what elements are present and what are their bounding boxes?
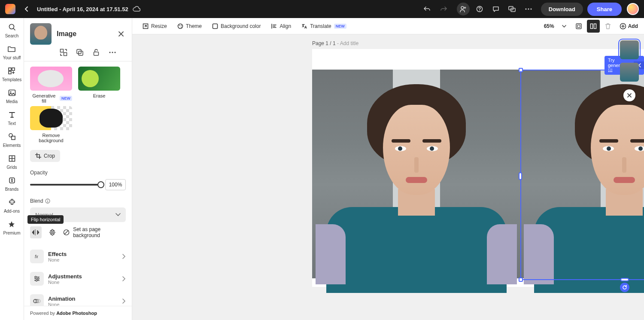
rail-premium[interactable]: Premium <box>3 219 20 235</box>
chevron-down-icon <box>562 25 566 27</box>
page-thumbnail-1[interactable] <box>620 40 639 59</box>
canvas-stage[interactable]: Page 1 / 1 - Add title Try generative fi… <box>132 34 644 320</box>
chevron-right-icon <box>122 299 126 304</box>
svg-point-5 <box>528 8 529 9</box>
opacity-value-input[interactable]: 100% <box>105 179 126 190</box>
image-properties-panel: Image Generative fillNEW Erase <box>24 18 132 320</box>
erase-preview <box>78 67 120 91</box>
replace-image-button[interactable] <box>59 48 68 57</box>
lock-button[interactable] <box>92 48 100 57</box>
crop-icon <box>35 153 41 159</box>
app-topbar: Untitled - April 16, 2024 at 17.51.52 Do… <box>0 0 644 18</box>
svg-point-38 <box>181 25 182 26</box>
blend-label: Blend <box>30 198 43 204</box>
theme-button[interactable]: Theme <box>173 21 206 32</box>
opacity-label: Opacity <box>30 170 126 176</box>
rail-templates[interactable]: Templates <box>2 66 22 82</box>
chevron-left-icon <box>24 6 29 12</box>
animation-accordion[interactable]: AnimationNone <box>30 290 126 306</box>
rotate-handle[interactable] <box>620 283 629 292</box>
svg-text:B: B <box>11 178 13 181</box>
text-icon <box>7 110 17 119</box>
page-indicator[interactable]: Page 1 / 1 - Add title <box>312 40 358 46</box>
rail-addons[interactable]: Add-ons <box>4 198 20 213</box>
align-button[interactable]: Align <box>267 21 295 32</box>
resize-icon <box>143 23 149 29</box>
share-button[interactable]: Share <box>587 3 622 16</box>
flip-vertical-button[interactable] <box>47 226 58 238</box>
undo-button[interactable] <box>421 3 434 15</box>
templates-icon <box>7 66 16 76</box>
comments-button[interactable] <box>489 3 502 15</box>
download-button[interactable]: Download <box>541 3 583 16</box>
zoom-level[interactable]: 65% <box>544 23 554 29</box>
svg-point-24 <box>112 52 113 53</box>
rail-text[interactable]: Text <box>7 110 17 126</box>
duplicate-image-button[interactable] <box>76 48 84 57</box>
effects-accordion[interactable]: fx EffectsNone <box>30 245 126 268</box>
svg-rect-8 <box>9 68 11 70</box>
rail-grids[interactable]: Grids <box>7 154 17 170</box>
rail-brands[interactable]: BBrands <box>5 176 19 192</box>
panel-close-button[interactable] <box>116 29 126 39</box>
back-button[interactable] <box>21 4 32 14</box>
more-options-button[interactable] <box>108 48 117 57</box>
resize-button[interactable]: Resize <box>138 21 171 32</box>
addons-icon <box>7 198 17 207</box>
thumbnails-close-button[interactable] <box>623 89 635 101</box>
add-page-button[interactable]: Add <box>620 23 638 30</box>
info-icon[interactable] <box>45 198 50 204</box>
background-color-button[interactable]: Background color <box>208 21 265 32</box>
more-button[interactable] <box>522 3 535 15</box>
svg-point-29 <box>35 276 36 278</box>
cloud-sync-icon[interactable] <box>133 5 140 13</box>
help-button[interactable] <box>473 3 486 15</box>
flip-horizontal-button[interactable] <box>30 226 42 238</box>
resize-handle-ml[interactable] <box>519 172 522 180</box>
portrait-image-left[interactable] <box>312 70 520 278</box>
generative-fill-card[interactable]: Generative fillNEW <box>30 67 72 104</box>
rail-elements[interactable]: Elements <box>3 132 21 148</box>
resize-handle-bl[interactable] <box>519 277 523 282</box>
user-avatar[interactable] <box>627 3 639 15</box>
view-grid-button[interactable] <box>572 20 585 33</box>
svg-rect-18 <box>61 49 64 52</box>
invite-button[interactable] <box>457 3 470 15</box>
adjustments-accordion[interactable]: AdjustmentsNone <box>30 268 126 290</box>
flip-horizontal-tooltip: Flip horizontal <box>27 215 64 224</box>
svg-rect-44 <box>594 24 596 28</box>
svg-text:fx: fx <box>35 254 39 259</box>
crop-button[interactable]: Crop <box>30 150 60 162</box>
document-title[interactable]: Untitled - April 16, 2024 at 17.51.52 <box>37 6 128 12</box>
svg-rect-19 <box>64 53 67 56</box>
delete-button[interactable] <box>601 20 614 33</box>
svg-point-0 <box>461 6 464 9</box>
square-icon <box>212 23 218 29</box>
opacity-slider[interactable] <box>30 184 101 186</box>
chevron-right-icon <box>122 254 126 259</box>
adjustments-icon <box>30 272 44 286</box>
redo-button[interactable] <box>437 3 450 15</box>
premium-icon <box>7 219 16 229</box>
translate-button[interactable]: TranslateNEW <box>297 21 351 32</box>
set-as-background-button[interactable]: Set as page background <box>63 226 126 238</box>
view-timeline-button[interactable] <box>587 20 600 33</box>
rail-your-stuff[interactable]: Your stuff <box>3 44 21 60</box>
zoom-dropdown[interactable] <box>558 20 571 33</box>
context-toolbar: Resize Theme Background color Align Tran… <box>132 18 644 34</box>
svg-rect-43 <box>590 24 592 28</box>
canvas-area: Resize Theme Background color Align Tran… <box>132 18 644 320</box>
page-thumbnail-2[interactable] <box>620 63 639 82</box>
resize-handle-mb[interactable] <box>620 278 629 281</box>
present-button[interactable] <box>506 3 519 15</box>
undo-redo-group <box>419 3 452 15</box>
search-icon <box>7 22 17 32</box>
svg-point-36 <box>178 24 182 28</box>
rail-search[interactable]: Search <box>5 22 19 38</box>
rail-media[interactable]: Media <box>6 88 18 104</box>
remove-background-preview <box>30 106 72 130</box>
page-thumbnails <box>620 40 639 101</box>
resize-handle-tl[interactable] <box>519 68 523 72</box>
erase-card[interactable]: Erase <box>78 67 120 104</box>
remove-background-card[interactable]: Remove background <box>30 106 72 143</box>
